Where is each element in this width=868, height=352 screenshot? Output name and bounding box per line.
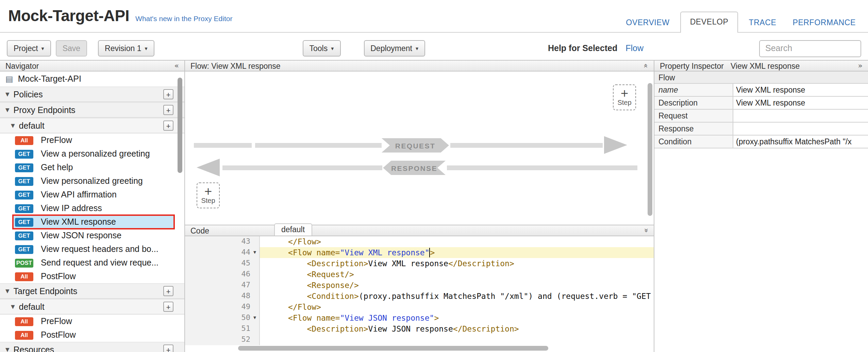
search-input[interactable] (759, 40, 861, 57)
property-value[interactable] (733, 110, 868, 122)
project-menu-button[interactable]: Project ▾ (7, 40, 51, 57)
method-badge: GET (15, 149, 33, 158)
main-tab[interactable]: PERFORMANCE (787, 13, 861, 33)
flow-row[interactable]: GET View JSON response (0, 229, 184, 242)
plus-icon: + (204, 187, 212, 196)
collapse-flow-panel-icon[interactable]: « (642, 63, 650, 68)
plus-icon: + (620, 89, 629, 98)
add-resource-button[interactable]: + (163, 345, 173, 352)
method-badge: GET (15, 245, 33, 254)
property-label: name (654, 84, 733, 96)
sidebar-section-resources[interactable]: ▼ Resources + (0, 342, 184, 352)
flow-row[interactable]: GET Get help (0, 161, 184, 174)
flow-row[interactable]: All PostFlow (0, 328, 184, 342)
sidebar-section-proxy-default[interactable]: ▼ default + (0, 118, 184, 133)
main-tab[interactable]: OVERVIEW (620, 13, 675, 33)
flow-scrollbar[interactable] (648, 83, 652, 216)
add-policy-button[interactable]: + (163, 89, 173, 99)
add-step-button-top[interactable]: + Step (613, 84, 636, 110)
project-menu-label: Project (14, 44, 38, 52)
flow-row[interactable]: All PreFlow (0, 315, 184, 328)
code-line[interactable]: 45 <Description>View XML response</Descr… (185, 258, 654, 269)
revision-menu-button[interactable]: Revision 1 ▾ (98, 40, 154, 57)
code-line[interactable]: 50▾ <Flow name="View JSON response"> (185, 313, 654, 323)
sidebar-section-policies[interactable]: ▼ Policies + (0, 86, 184, 102)
add-flow-button[interactable]: + (163, 121, 173, 131)
method-badge: GET (15, 218, 33, 226)
code-line[interactable]: 49 </Flow> (185, 302, 654, 313)
navigator-panel: Navigator « ▤ Mock-Target-API ▼ Policies… (0, 60, 185, 352)
flow-row[interactable]: GET View API affirmation (0, 188, 184, 202)
navigator-scrollbar[interactable] (178, 78, 182, 173)
code-line[interactable]: 43 </Flow> (185, 236, 654, 247)
property-value[interactable] (733, 123, 868, 135)
flow-row[interactable]: POST Send request and view reque... (0, 256, 184, 270)
flow-row[interactable]: GET View a personalized greeting (0, 147, 184, 161)
line-number-gutter: 43 (185, 236, 260, 247)
flow-label: PostFlow (41, 330, 76, 340)
code-editor[interactable]: 43 </Flow>44▾ <Flow name="View XML respo… (185, 236, 654, 352)
code-horizontal-scrollbar[interactable] (238, 346, 548, 351)
help-for-selected-label: Help for Selected (548, 44, 617, 53)
method-badge: All (15, 272, 33, 281)
code-tab-default[interactable]: default (274, 223, 312, 236)
main-tab[interactable]: DEVELOP (681, 12, 738, 33)
flow-row[interactable]: GET View IP address (0, 202, 184, 215)
step-label: Step (617, 98, 631, 106)
sidebar-section-proxy-endpoints[interactable]: ▼ Proxy Endpoints + (0, 102, 184, 118)
flow-row[interactable]: All PostFlow (0, 270, 184, 283)
deployment-menu-button[interactable]: Deployment ▾ (364, 40, 425, 57)
flow-row[interactable]: All PreFlow (0, 133, 184, 147)
code-line[interactable]: 48 <Condition>(proxy.pathsuffix MatchesP… (185, 291, 654, 302)
method-badge: GET (15, 177, 33, 186)
main-tab[interactable]: TRACE (744, 13, 782, 33)
fold-arrow-icon[interactable]: ▾ (250, 313, 259, 323)
help-flow-link[interactable]: Flow (625, 44, 644, 53)
response-arrowhead-icon (197, 159, 220, 176)
flow-row[interactable]: GET View personalized greeting (0, 174, 184, 188)
caret-down-icon: ▾ (416, 45, 418, 51)
response-lane-label: RESPONSE (383, 161, 446, 175)
flow-label: View personalized greeting (41, 176, 143, 186)
expand-code-panel-icon[interactable]: « (642, 228, 650, 233)
caret-down-icon: ▾ (331, 45, 334, 51)
add-target-flow-button[interactable]: + (163, 302, 173, 312)
code-line[interactable]: 51 <Description>View JSON response</Desc… (185, 323, 654, 334)
add-step-button-bottom[interactable]: + Step (197, 182, 220, 208)
flow-label: View API affirmation (41, 190, 117, 199)
triangle-down-icon: ▼ (11, 304, 15, 310)
code-line[interactable]: 47 <Response/> (185, 280, 654, 291)
proxy-default-label: default (19, 121, 45, 130)
title-wrap: Mock-Target-API What's new in the Proxy … (8, 7, 232, 25)
code-line[interactable]: 44▾ <Flow name="View XML response"> (185, 247, 654, 258)
flow-section-header: Flow (654, 71, 868, 84)
proxy-root-item[interactable]: ▤ Mock-Target-API (0, 71, 184, 86)
tools-menu-button[interactable]: Tools ▾ (303, 40, 341, 57)
apigee-proxy-editor: Mock-Target-API What's new in the Proxy … (0, 0, 868, 352)
flow-row[interactable]: GET View XML response (0, 215, 184, 229)
method-badge: POST (15, 258, 33, 267)
flow-label: Get help (41, 163, 73, 172)
flow-row[interactable]: GET View request headers and bo... (0, 242, 184, 256)
collapse-panel-icon[interactable]: « (174, 62, 179, 69)
save-label: Save (63, 44, 80, 52)
line-number-gutter: 48 (185, 291, 260, 302)
response-flow-segment (222, 165, 382, 170)
proxy-root-label: Mock-Target-API (18, 74, 81, 84)
code-line[interactable]: 52 (185, 334, 654, 345)
whats-new-link[interactable]: What's new in the Proxy Editor (135, 14, 232, 22)
sidebar-section-target-default[interactable]: ▼ default + (0, 299, 184, 315)
fold-arrow-icon[interactable]: ▾ (250, 247, 259, 258)
proxy-endpoints-label: Proxy Endpoints (14, 105, 76, 115)
property-value[interactable]: (proxy.pathsuffix MatchesPath "/x (733, 135, 868, 148)
code-line[interactable]: 46 <Request/> (185, 269, 654, 280)
add-target-endpoint-button[interactable]: + (163, 286, 173, 296)
save-button[interactable]: Save (56, 40, 87, 57)
property-row: Description View XML response (654, 97, 868, 110)
property-value[interactable]: View XML response (733, 97, 868, 109)
sidebar-section-target-endpoints[interactable]: ▼ Target Endpoints + (0, 283, 184, 299)
property-value[interactable]: View XML response (733, 84, 868, 96)
expand-panel-icon[interactable]: » (858, 62, 863, 69)
line-number-gutter: 47 (185, 280, 260, 291)
add-proxy-endpoint-button[interactable]: + (163, 105, 173, 115)
